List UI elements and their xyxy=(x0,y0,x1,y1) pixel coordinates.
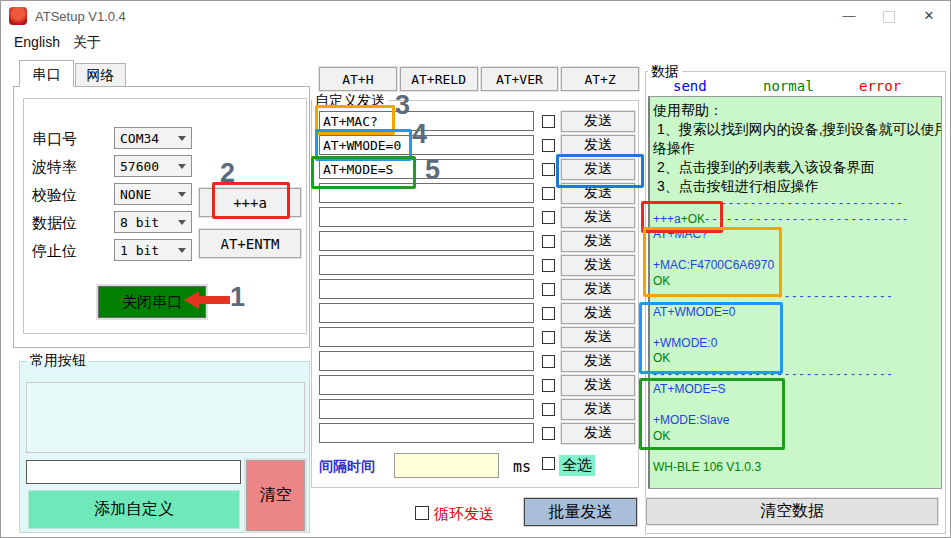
row-checkbox[interactable] xyxy=(542,187,555,200)
maximize-button[interactable] xyxy=(869,1,909,31)
custom-send-row: 发送 xyxy=(319,159,637,179)
row-checkbox[interactable] xyxy=(542,307,555,320)
annotation-number-1: 1 xyxy=(230,282,245,313)
tab-serial[interactable]: 串口 xyxy=(19,60,74,87)
log-line: 1、搜索以找到网内的设备,搜到设备就可以使用网 xyxy=(653,120,939,139)
custom-send-row: 发送 xyxy=(319,375,637,395)
custom-send-row: 发送 xyxy=(319,423,637,443)
custom-send-row: 发送 xyxy=(319,183,637,203)
send-button[interactable]: 发送 xyxy=(561,327,635,348)
clear-common-button[interactable]: 清空 xyxy=(246,460,305,531)
loop-send-checkbox[interactable] xyxy=(415,506,429,520)
row-checkbox[interactable] xyxy=(542,379,555,392)
custom-send-row: 发送 xyxy=(319,399,637,419)
custom-command-input[interactable] xyxy=(319,423,534,443)
send-button[interactable]: 发送 xyxy=(561,207,635,228)
menu-english[interactable]: English xyxy=(14,34,60,50)
row-checkbox[interactable] xyxy=(542,235,555,248)
log-line: +MODE:Slave xyxy=(653,413,939,429)
parity-select[interactable]: NONE xyxy=(114,183,192,205)
custom-command-input[interactable] xyxy=(319,255,534,275)
log-line: AT+MAC? xyxy=(653,227,939,243)
custom-command-input[interactable] xyxy=(319,399,534,419)
chevron-down-icon xyxy=(178,192,186,197)
row-checkbox[interactable] xyxy=(542,139,555,152)
row-checkbox[interactable] xyxy=(542,211,555,224)
custom-command-input[interactable] xyxy=(319,351,534,371)
baud-rate-select[interactable]: 57600 xyxy=(114,155,192,177)
log-line: +MAC:F4700C6A6970 xyxy=(653,258,939,274)
title-bar: ATSetup V1.0.4 — ✕ xyxy=(1,1,950,31)
send-button[interactable]: 发送 xyxy=(561,255,635,276)
send-button[interactable]: 发送 xyxy=(561,351,635,372)
send-button[interactable]: 发送 xyxy=(561,279,635,300)
send-button[interactable]: 发送 xyxy=(561,183,635,204)
batch-send-button[interactable]: 批量发送 xyxy=(524,498,637,526)
data-bits-select[interactable]: 8 bit xyxy=(114,211,192,233)
send-button[interactable]: 发送 xyxy=(561,111,635,132)
custom-command-input[interactable] xyxy=(319,183,534,203)
menu-about[interactable]: 关于 xyxy=(73,34,101,52)
label-parity: 校验位 xyxy=(32,186,77,205)
log-line: OK xyxy=(653,351,939,367)
plus-a-button[interactable]: +++a xyxy=(199,188,301,217)
custom-send-row: 发送 xyxy=(319,207,637,227)
quick-command-button[interactable]: AT+Z xyxy=(561,67,639,91)
clear-data-button[interactable]: 清空数据 xyxy=(646,498,938,525)
send-button[interactable]: 发送 xyxy=(561,375,635,396)
legend-normal: normal xyxy=(763,78,814,94)
common-buttons-title: 常用按钮 xyxy=(27,352,89,370)
chevron-down-icon xyxy=(178,136,186,141)
quick-command-bar: AT+HAT+RELDAT+VERAT+Z xyxy=(319,67,639,91)
send-button[interactable]: 发送 xyxy=(561,399,635,420)
row-checkbox[interactable] xyxy=(542,259,555,272)
log-line xyxy=(653,243,939,259)
label-baud-rate: 波特率 xyxy=(32,158,77,177)
send-button[interactable]: 发送 xyxy=(561,423,635,444)
quick-command-button[interactable]: AT+RELD xyxy=(400,67,478,91)
row-checkbox[interactable] xyxy=(542,163,555,176)
maximize-icon xyxy=(883,11,895,23)
send-button[interactable]: 发送 xyxy=(561,159,635,180)
send-button[interactable]: 发送 xyxy=(561,231,635,252)
custom-command-input[interactable] xyxy=(319,303,534,323)
custom-send-row: 发送 xyxy=(319,351,637,371)
log-line: 络操作 xyxy=(653,139,939,158)
interval-input[interactable] xyxy=(394,453,499,478)
common-buttons-list[interactable] xyxy=(26,382,305,453)
log-line xyxy=(653,320,939,336)
row-checkbox[interactable] xyxy=(542,403,555,416)
stop-bits-select[interactable]: 1 bit xyxy=(114,239,192,261)
row-checkbox[interactable] xyxy=(542,283,555,296)
quick-command-button[interactable]: AT+VER xyxy=(481,67,559,91)
row-checkbox[interactable] xyxy=(542,427,555,440)
log-line: AT+WMODE=0 xyxy=(653,305,939,321)
send-button[interactable]: 发送 xyxy=(561,135,635,156)
tab-network[interactable]: 网络 xyxy=(75,63,126,87)
log-line: +++a+OK- - - - - - - - - - - - - - - - -… xyxy=(653,212,939,228)
select-all-checkbox[interactable] xyxy=(542,457,555,470)
data-log[interactable]: 使用帮助： 1、搜索以找到网内的设备,搜到设备就可以使用网络操作 2、点击搜到的… xyxy=(648,96,942,489)
row-checkbox[interactable] xyxy=(542,355,555,368)
at-entm-button[interactable]: AT+ENTM xyxy=(199,229,301,258)
minimize-button[interactable]: — xyxy=(829,1,869,31)
custom-command-input[interactable] xyxy=(319,375,534,395)
row-checkbox[interactable] xyxy=(542,115,555,128)
annotation-number-5: 5 xyxy=(425,155,440,186)
row-checkbox[interactable] xyxy=(542,331,555,344)
custom-button-name-input[interactable] xyxy=(26,460,241,484)
annotation-number-4: 4 xyxy=(412,119,427,150)
quick-command-button[interactable]: AT+H xyxy=(319,67,397,91)
custom-command-input[interactable] xyxy=(319,279,534,299)
add-custom-button[interactable]: 添加自定义 xyxy=(28,490,240,529)
custom-command-input[interactable] xyxy=(319,327,534,347)
send-button[interactable]: 发送 xyxy=(561,303,635,324)
interval-label: 间隔时间 xyxy=(319,458,375,476)
legend-error: error xyxy=(859,78,901,94)
log-line xyxy=(653,444,939,460)
close-button[interactable]: ✕ xyxy=(909,1,949,31)
custom-command-input[interactable] xyxy=(319,207,534,227)
com-port-select[interactable]: COM34 xyxy=(114,127,192,149)
log-line: WH-BLE 106 V1.0.3 xyxy=(653,460,939,476)
custom-command-input[interactable] xyxy=(319,231,534,251)
